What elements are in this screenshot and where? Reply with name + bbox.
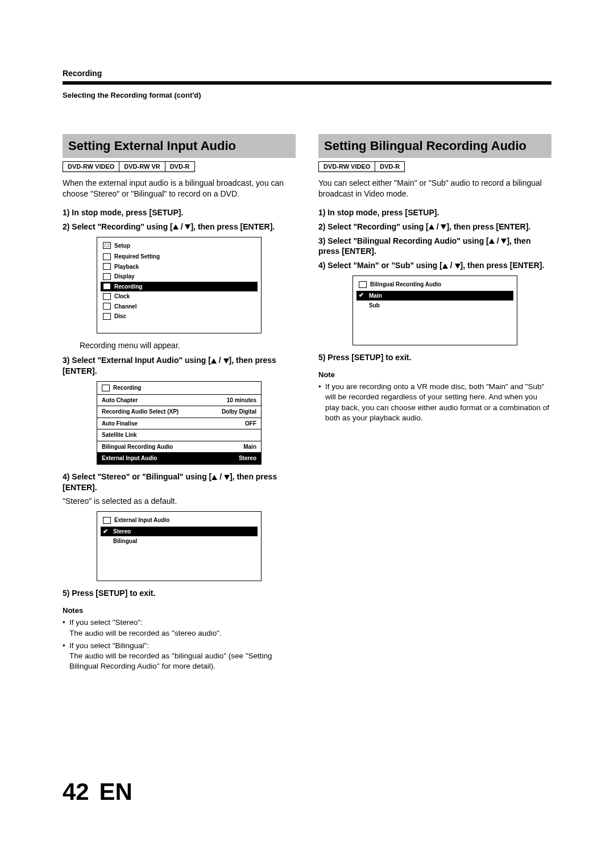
format-tags-right: DVD-RW VIDEO DVD-R (318, 161, 551, 172)
format-tag: DVD-RW VR (119, 161, 165, 172)
note-item: If you select "Stereo": (63, 617, 296, 628)
arrow-down-icon (224, 475, 230, 480)
osd-external-input-menu: External Input Audio Stereo Bilingual (97, 511, 262, 581)
arrow-down-icon (501, 239, 507, 244)
section-title-right: Setting Bilingual Recording Audio (318, 134, 551, 158)
format-tag: DVD-R (375, 161, 405, 172)
notes-list: If you select "Stereo": The audio will b… (63, 617, 296, 671)
arrow-up-icon (429, 224, 434, 229)
step-3: 3) Select "External Input Audio" using [… (63, 355, 296, 377)
content-columns: Setting External Input Audio DVD-RW VIDE… (63, 134, 551, 674)
notes-list: If you are recording onto a VR mode disc… (318, 382, 551, 423)
menu-item-icon (103, 283, 111, 290)
subheader: Selecting the Recording format (cont'd) (63, 90, 551, 101)
arrow-up-icon (489, 239, 495, 244)
step-2: 2) Select "Recording" using [ / ], then … (63, 222, 296, 232)
step-4: 4) Select "Main" or "Sub" using [ / ], t… (318, 260, 551, 271)
format-tags-left: DVD-RW VIDEO DVD-RW VR DVD-R (63, 161, 296, 172)
menu-item-icon (103, 313, 111, 320)
format-tag: DVD-R (165, 161, 195, 172)
osd-setup-menu: Setup Required Setting Playback Display … (97, 237, 262, 333)
step-4-note: "Stereo" is selected as a default. (63, 496, 296, 507)
arrow-up-icon (211, 475, 217, 480)
page-header: Recording Selecting the Recording format… (63, 68, 551, 100)
menu-icon (359, 281, 367, 288)
intro-text: When the external input audio is a bilin… (63, 178, 296, 199)
menu-item-icon (103, 273, 111, 280)
osd-recording-menu: Recording Auto Chapter10 minutes Recordi… (97, 381, 262, 465)
arrow-up-icon (173, 224, 179, 229)
note-continuation: The audio will be recorded as "bilingual… (63, 651, 296, 671)
right-column: Setting Bilingual Recording Audio DVD-RW… (318, 134, 551, 674)
step-2: 2) Select "Recording" using [ / ], then … (318, 222, 551, 232)
step-5: 5) Press [SETUP] to exit. (318, 352, 551, 363)
step-5: 5) Press [SETUP] to exit. (63, 588, 296, 599)
page-lang: EN (99, 776, 132, 808)
menu-item-icon (103, 263, 111, 270)
step-1: 1) In stop mode, press [SETUP]. (318, 207, 551, 218)
step-4: 4) Select "Stereo" or "Bilingual" using … (63, 471, 296, 493)
left-column: Setting External Input Audio DVD-RW VIDE… (63, 134, 296, 674)
arrow-down-icon (441, 224, 446, 229)
chapter-title: Recording (63, 68, 551, 79)
page-footer: 42 EN (63, 776, 551, 808)
menu-icon (103, 517, 111, 524)
divider (63, 81, 551, 85)
format-tag: DVD-RW VIDEO (63, 161, 119, 172)
arrow-down-icon (455, 264, 460, 269)
check-icon (359, 292, 366, 299)
notes-heading: Note (318, 370, 551, 380)
arrow-down-icon (185, 224, 190, 229)
menu-icon (103, 242, 111, 249)
notes-heading: Notes (63, 606, 296, 616)
menu-item-icon (103, 253, 111, 260)
osd-bilingual-menu: Bilingual Recording Audio Main Sub (352, 276, 517, 345)
menu-item-icon (103, 293, 111, 300)
check-icon (103, 528, 110, 535)
note-continuation: The audio will be recorded as "stereo au… (63, 628, 296, 639)
note-item: If you are recording onto a VR mode disc… (318, 382, 551, 423)
arrow-up-icon (211, 358, 217, 364)
menu-item-icon (103, 303, 111, 310)
format-tag: DVD-RW VIDEO (318, 161, 375, 172)
step-3: 3) Select "Bilingual Recording Audio" us… (318, 236, 551, 257)
step-2-note: Recording menu will appear. (63, 340, 296, 351)
page-number: 42 (63, 776, 89, 808)
intro-text: You can select either "Main" or "Sub" au… (318, 178, 551, 199)
step-1: 1) In stop mode, press [SETUP]. (63, 207, 296, 218)
arrow-up-icon (442, 264, 448, 269)
menu-icon (102, 385, 110, 391)
note-item: If you select "Bilingual": (63, 641, 296, 651)
arrow-down-icon (223, 358, 229, 364)
section-title-left: Setting External Input Audio (63, 134, 296, 158)
